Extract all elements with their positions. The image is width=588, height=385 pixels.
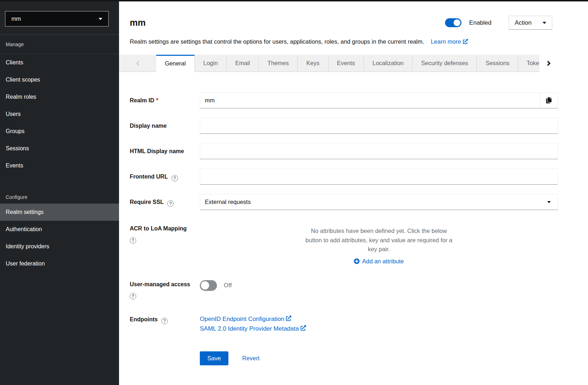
toggle-knob bbox=[201, 281, 209, 289]
sidebar-item-user-federation[interactable]: User federation bbox=[0, 255, 119, 272]
help-icon[interactable]: ? bbox=[172, 175, 178, 181]
tab-localization[interactable]: Localization bbox=[364, 55, 412, 72]
help-icon[interactable]: ? bbox=[167, 200, 174, 207]
realm-selector-value: mm bbox=[11, 16, 21, 22]
tab-login[interactable]: Login bbox=[194, 55, 226, 72]
description-text: Realm settings are settings that control… bbox=[130, 38, 424, 45]
chevron-right-icon bbox=[547, 59, 551, 67]
display-name-input[interactable] bbox=[200, 118, 558, 134]
openid-endpoint-configuration-link[interactable]: OpenID Endpoint Configuration bbox=[200, 316, 291, 323]
sidebar-item-users[interactable]: Users bbox=[0, 106, 119, 123]
external-link-icon bbox=[463, 38, 468, 46]
sidebar-item-realm-settings[interactable]: Realm settings bbox=[0, 204, 119, 221]
nav-group-label-configure: Configure bbox=[0, 187, 119, 204]
html-display-name-label: HTML Display name bbox=[130, 143, 200, 159]
sidebar-item-sessions[interactable]: Sessions bbox=[0, 140, 119, 157]
require-ssl-label: Require SSL? bbox=[130, 194, 200, 210]
endpoints-row: Endpoints? OpenID Endpoint Configuration… bbox=[130, 314, 558, 335]
save-button[interactable]: Save bbox=[200, 351, 228, 365]
endpoint-link-label: SAML 2.0 Identity Provider Metadata bbox=[200, 325, 299, 332]
action-dropdown-button[interactable]: Action bbox=[509, 16, 552, 30]
tab-security-defenses[interactable]: Security defenses bbox=[412, 55, 476, 72]
sidebar-item-clients[interactable]: Clients bbox=[0, 54, 119, 71]
tab-keys[interactable]: Keys bbox=[297, 55, 328, 72]
nav-group-label-manage: Manage bbox=[0, 35, 119, 54]
sidebar-item-groups[interactable]: Groups bbox=[0, 123, 119, 140]
copy-icon bbox=[546, 97, 552, 103]
add-attribute-link[interactable]: Add an attribute bbox=[354, 257, 404, 266]
user-managed-access-toggle[interactable] bbox=[200, 280, 217, 291]
require-ssl-value: External requests bbox=[205, 199, 251, 205]
sidebar-nav-manage: Clients Client scopes Realm roles Users … bbox=[0, 54, 119, 174]
page-title: mm bbox=[130, 18, 145, 28]
realm-settings-description: Realm settings are settings that control… bbox=[130, 37, 552, 46]
user-managed-access-label: User-managed access ? bbox=[130, 279, 200, 299]
tab-scroll-left-zone bbox=[119, 55, 156, 72]
acr-empty-line: key pair. bbox=[200, 245, 558, 254]
html-display-name-row: HTML Display name bbox=[130, 143, 558, 159]
action-dropdown-label: Action bbox=[515, 19, 532, 26]
user-managed-access-row: User-managed access ? Off bbox=[130, 279, 558, 299]
toggle-knob bbox=[454, 19, 460, 26]
realm-settings-tabs: General Login Email Themes Keys Events L… bbox=[119, 55, 588, 72]
html-display-name-input[interactable] bbox=[200, 143, 558, 159]
frontend-url-label: Frontend URL? bbox=[130, 169, 200, 185]
endpoints-label-text: Endpoints bbox=[130, 316, 158, 322]
user-managed-access-label-text: User-managed access bbox=[130, 281, 190, 287]
help-icon[interactable]: ? bbox=[130, 237, 136, 244]
acr-loa-mapping-label-text: ACR to LoA Mapping bbox=[130, 225, 187, 232]
main-content: mm Enabled Action Realm settings are set… bbox=[119, 1, 588, 385]
realm-id-label-text: Realm ID bbox=[130, 97, 154, 103]
add-attribute-label: Add an attribute bbox=[362, 257, 404, 266]
help-icon[interactable]: ? bbox=[161, 318, 168, 324]
chevron-down-icon bbox=[543, 22, 546, 24]
display-name-row: Display name bbox=[130, 118, 558, 134]
page-header: mm Enabled Action Realm settings are set… bbox=[119, 1, 588, 46]
external-link-icon bbox=[301, 325, 306, 332]
scroll-tabs-left-button[interactable] bbox=[136, 59, 140, 67]
sidebar-item-identity-providers[interactable]: Identity providers bbox=[0, 238, 119, 255]
revert-button[interactable]: Revert bbox=[242, 355, 260, 362]
chevron-left-icon bbox=[136, 59, 140, 67]
acr-empty-line: button to add attributes, key and value … bbox=[200, 236, 558, 245]
help-icon[interactable]: ? bbox=[130, 293, 136, 299]
tab-themes[interactable]: Themes bbox=[258, 55, 297, 72]
realm-id-row: Realm ID* bbox=[130, 92, 558, 108]
realm-id-input-group bbox=[200, 92, 558, 108]
tab-tokens[interactable]: Tokens bbox=[518, 55, 539, 72]
tab-events[interactable]: Events bbox=[328, 55, 364, 72]
required-asterisk: * bbox=[156, 97, 158, 103]
realm-selector[interactable]: mm bbox=[5, 11, 109, 26]
form-actions-row: Save Revert bbox=[130, 351, 558, 365]
sidebar-item-realm-roles[interactable]: Realm roles bbox=[0, 88, 119, 106]
learn-more-link[interactable]: Learn more bbox=[431, 38, 468, 45]
frontend-url-row: Frontend URL? bbox=[130, 169, 558, 185]
sidebar-item-authentication[interactable]: Authentication bbox=[0, 221, 119, 238]
acr-loa-mapping-row: ACR to LoA Mapping ? No attributes have … bbox=[130, 225, 558, 267]
require-ssl-select[interactable]: External requests bbox=[200, 194, 558, 210]
scroll-tabs-right-button[interactable] bbox=[547, 59, 551, 67]
tab-email[interactable]: Email bbox=[226, 55, 258, 72]
realm-enabled-toggle[interactable] bbox=[445, 18, 461, 27]
chevron-down-icon bbox=[547, 201, 551, 203]
sidebar-item-events[interactable]: Events bbox=[0, 157, 119, 174]
keycloak-admin-console: mm Manage Clients Client scopes Realm ro… bbox=[0, 0, 588, 385]
realm-id-label: Realm ID* bbox=[130, 92, 200, 108]
actions-spacer bbox=[130, 356, 200, 360]
saml-identity-provider-metadata-link[interactable]: SAML 2.0 Identity Provider Metadata bbox=[200, 325, 306, 332]
user-managed-access-state: Off bbox=[224, 282, 232, 289]
acr-loa-mapping-label: ACR to LoA Mapping ? bbox=[130, 225, 200, 267]
sidebar-item-client-scopes[interactable]: Client scopes bbox=[0, 71, 119, 88]
tab-general[interactable]: General bbox=[156, 55, 194, 72]
sidebar: mm Manage Clients Client scopes Realm ro… bbox=[0, 1, 119, 385]
acr-empty-line: No attributes have been defined yet. Cli… bbox=[200, 226, 558, 236]
chevron-down-icon bbox=[99, 18, 102, 20]
realm-id-input[interactable] bbox=[200, 93, 540, 108]
frontend-url-input[interactable] bbox=[200, 169, 558, 185]
require-ssl-label-text: Require SSL bbox=[130, 199, 164, 205]
tab-bar-end bbox=[539, 55, 588, 72]
require-ssl-row: Require SSL? External requests bbox=[130, 194, 558, 210]
enabled-label: Enabled bbox=[469, 19, 491, 26]
copy-realm-id-button[interactable] bbox=[540, 93, 558, 108]
tab-sessions[interactable]: Sessions bbox=[476, 55, 518, 72]
